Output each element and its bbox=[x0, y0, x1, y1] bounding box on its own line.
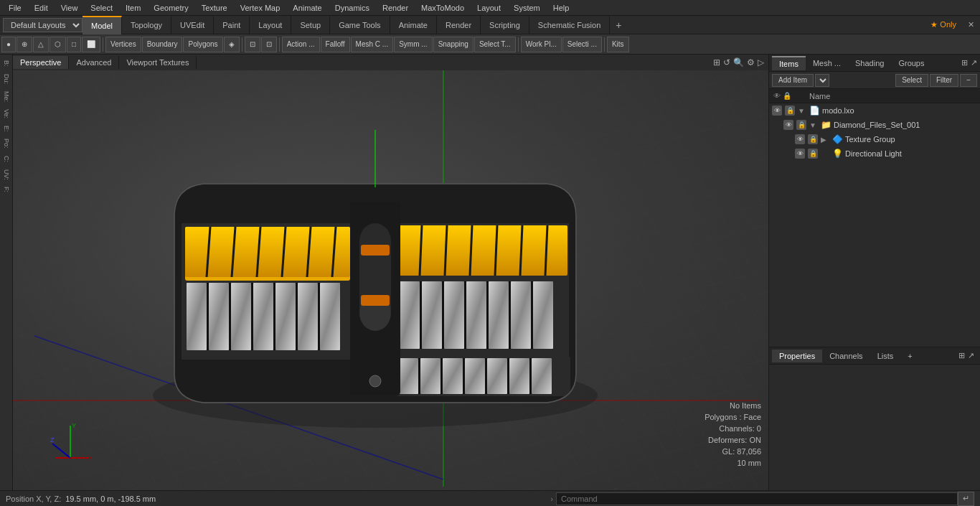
tb-kits-btn[interactable]: Kits bbox=[607, 37, 629, 52]
props-tab-properties[interactable]: Properties bbox=[772, 350, 822, 362]
vp-fit-icon[interactable]: ⊞ bbox=[713, 57, 720, 67]
add-item-select[interactable] bbox=[815, 74, 829, 87]
tb-meshc-btn[interactable]: Mesh C ... bbox=[351, 37, 394, 52]
tb-shape-btn[interactable]: ◈ bbox=[224, 37, 240, 52]
tree-toggle-diamond[interactable]: ▼ bbox=[809, 121, 818, 129]
vp-zoom-icon[interactable]: 🔍 bbox=[733, 57, 744, 67]
layout-tab-scripting[interactable]: Scripting bbox=[481, 16, 529, 34]
tb-select-mode[interactable]: ● bbox=[1, 37, 16, 52]
command-input[interactable] bbox=[556, 492, 958, 505]
menu-maxtomodo[interactable]: MaxToModo bbox=[415, 2, 470, 14]
cmd-submit-btn[interactable]: ↵ bbox=[958, 492, 974, 506]
layout-tab-schematic[interactable]: Schematic Fusion bbox=[529, 16, 610, 34]
menu-texture[interactable]: Texture bbox=[196, 2, 233, 14]
layout-tab-paint[interactable]: Paint bbox=[214, 16, 250, 34]
tb-selecti-btn[interactable]: Selecti ... bbox=[562, 37, 602, 52]
sidebar-item-c[interactable]: C: bbox=[1, 153, 11, 165]
menu-view[interactable]: View bbox=[55, 2, 84, 14]
add-item-button[interactable]: Add Item bbox=[772, 74, 814, 87]
layout-close[interactable]: ✕ bbox=[962, 19, 980, 31]
tree-item-diamond[interactable]: 👁 🔒 ▼ 📁 Diamond_Files_Set_001 bbox=[781, 118, 980, 132]
props-tab-channels[interactable]: Channels bbox=[822, 350, 870, 362]
menu-edit[interactable]: Edit bbox=[29, 2, 54, 14]
tb-symm-btn[interactable]: Symm ... bbox=[394, 37, 432, 52]
tree-toggle-texture[interactable]: ▶ bbox=[821, 136, 829, 144]
tb-edge-icon[interactable]: ⬡ bbox=[50, 37, 66, 52]
layout-tab-layout[interactable]: Layout bbox=[250, 16, 291, 34]
vp-tab-advanced[interactable]: Advanced bbox=[69, 56, 119, 69]
vp-refresh-icon[interactable]: ↺ bbox=[723, 57, 730, 67]
sidebar-item-du[interactable]: Du: bbox=[1, 71, 11, 87]
vp-tab-perspective[interactable]: Perspective bbox=[13, 56, 69, 69]
panel-minus-btn[interactable]: − bbox=[960, 74, 977, 87]
tb-falloff-btn[interactable]: Falloff bbox=[321, 37, 350, 52]
filter-button[interactable]: Filter bbox=[930, 74, 958, 87]
tb-polygons-btn[interactable]: Polygons bbox=[183, 37, 222, 52]
sidebar-item-ve[interactable]: Ve: bbox=[1, 106, 11, 121]
menu-layout[interactable]: Layout bbox=[471, 2, 507, 14]
tree-toggle-root[interactable]: ▼ bbox=[798, 107, 806, 115]
panel-tab-shading[interactable]: Shading bbox=[848, 57, 891, 70]
menu-system[interactable]: System bbox=[508, 2, 546, 14]
tb-boundary-btn[interactable]: Boundary bbox=[142, 37, 183, 52]
select-button[interactable]: Select bbox=[895, 74, 928, 87]
layout-tab-render[interactable]: Render bbox=[437, 16, 481, 34]
props-float-icon[interactable]: ↗ bbox=[968, 351, 977, 360]
sidebar-item-e[interactable]: E: bbox=[1, 123, 11, 135]
viewport-canvas[interactable]: No Items Polygons : Face Channels: 0 Def… bbox=[13, 70, 768, 490]
tree-eye-root[interactable]: 👁 bbox=[772, 106, 782, 116]
tree-eye-texture[interactable]: 👁 bbox=[795, 134, 805, 144]
vp-settings-icon[interactable]: ⚙ bbox=[747, 57, 755, 67]
menu-help[interactable]: Help bbox=[547, 2, 575, 14]
tb-action-btn[interactable]: Action ... bbox=[282, 37, 320, 52]
tb-snapping-btn[interactable]: Snapping bbox=[433, 37, 473, 52]
tb-workpl-btn[interactable]: Work Pl... bbox=[521, 37, 562, 52]
menu-geometry[interactable]: Geometry bbox=[148, 2, 194, 14]
menu-dynamics[interactable]: Dynamics bbox=[329, 2, 375, 14]
layout-tab-gametools[interactable]: Game Tools bbox=[330, 16, 390, 34]
menu-animate[interactable]: Animate bbox=[287, 2, 327, 14]
panel-tab-mesh[interactable]: Mesh ... bbox=[806, 57, 848, 70]
menu-select[interactable]: Select bbox=[85, 2, 118, 14]
vp-expand-icon[interactable]: ▷ bbox=[758, 57, 764, 67]
tb-polygon-icon[interactable]: □ bbox=[67, 37, 81, 52]
tree-lock-diamond[interactable]: 🔒 bbox=[796, 120, 806, 130]
layout-tab-model[interactable]: Model bbox=[83, 16, 122, 34]
tree-item-texture[interactable]: 👁 🔒 ▶ 🔷 Texture Group bbox=[792, 132, 980, 146]
layout-dropdown[interactable]: Default Layouts bbox=[3, 18, 83, 32]
panel-tab-groups[interactable]: Groups bbox=[891, 57, 931, 70]
tb-snapping-icon[interactable]: ⊕ bbox=[17, 37, 32, 52]
tree-eye-light[interactable]: 👁 bbox=[795, 149, 805, 159]
tree-lock-root[interactable]: 🔒 bbox=[785, 106, 795, 116]
panel-float-icon[interactable]: ↗ bbox=[971, 58, 977, 67]
layout-tab-topology[interactable]: Topology bbox=[122, 16, 171, 34]
tb-selectt-btn[interactable]: Select T... bbox=[474, 37, 516, 52]
menu-item[interactable]: Item bbox=[120, 2, 146, 14]
tree-eye-diamond[interactable]: 👁 bbox=[783, 120, 793, 130]
vp-tab-textures[interactable]: Viewport Textures bbox=[119, 56, 197, 69]
tb-vertices-btn[interactable]: Vertices bbox=[105, 37, 141, 52]
tb-mesh-icon[interactable]: ⬜ bbox=[82, 37, 100, 52]
layout-tab-animate[interactable]: Animate bbox=[390, 16, 437, 34]
props-tab-lists[interactable]: Lists bbox=[870, 350, 901, 362]
sidebar-item-me[interactable]: Me: bbox=[1, 88, 11, 105]
layout-tab-setup[interactable]: Setup bbox=[291, 16, 330, 34]
tree-lock-light[interactable]: 🔒 bbox=[808, 149, 818, 159]
menu-file[interactable]: File bbox=[3, 2, 27, 14]
panel-tab-items[interactable]: Items bbox=[772, 56, 806, 70]
menu-render[interactable]: Render bbox=[377, 2, 414, 14]
sidebar-item-po[interactable]: Po: bbox=[1, 136, 11, 151]
layout-tab-uvedit[interactable]: UVEdit bbox=[171, 16, 214, 34]
props-expand-icon[interactable]: ⊞ bbox=[958, 351, 965, 360]
tree-lock-texture[interactable]: 🔒 bbox=[808, 134, 818, 144]
menu-vertexmap[interactable]: Vertex Map bbox=[235, 2, 286, 14]
tree-item-root[interactable]: 👁 🔒 ▼ 📄 modo.lxo bbox=[769, 103, 980, 118]
tree-item-light[interactable]: 👁 🔒 💡 Directional Light bbox=[792, 146, 980, 161]
tb-select1-btn[interactable]: ⊡ bbox=[245, 37, 260, 52]
sidebar-item-uv[interactable]: UV: bbox=[1, 167, 11, 183]
tb-vertex-icon[interactable]: △ bbox=[33, 37, 49, 52]
sidebar-item-f[interactable]: F: bbox=[1, 184, 11, 195]
panel-expand-icon[interactable]: ⊞ bbox=[961, 58, 968, 67]
props-add-btn[interactable]: + bbox=[900, 350, 919, 362]
tb-select2-btn[interactable]: ⊡ bbox=[261, 37, 277, 52]
